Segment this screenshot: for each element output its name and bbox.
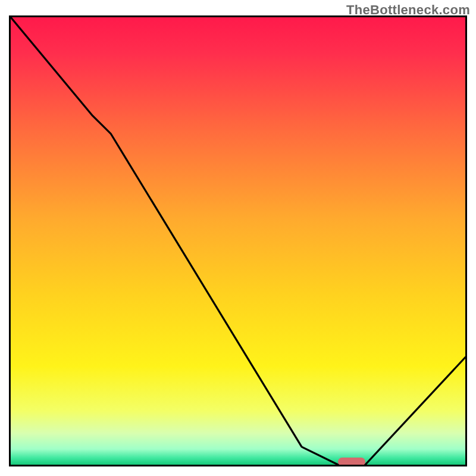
optimal-range-marker xyxy=(338,458,365,466)
bottleneck-curve xyxy=(11,17,465,465)
plot-area xyxy=(9,15,467,466)
watermark-label: TheBottleneck.com xyxy=(346,2,470,18)
chart-container: TheBottleneck.com xyxy=(0,0,476,476)
